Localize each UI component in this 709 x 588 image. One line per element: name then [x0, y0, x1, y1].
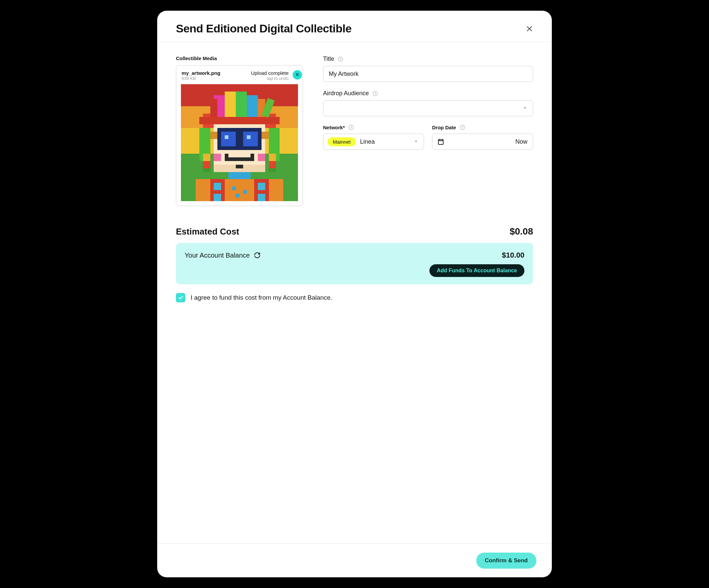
caret-down-icon [414, 138, 418, 145]
svg-rect-25 [247, 135, 251, 139]
svg-rect-44 [258, 194, 265, 201]
balance-left: Your Account Balance [185, 252, 261, 259]
svg-rect-24 [225, 135, 229, 139]
close-icon [526, 25, 533, 32]
media-filename: my_artwork.png [182, 70, 220, 76]
modal-header: Send Editioned Digital Collectible [157, 11, 552, 42]
drop-date-field: Drop Date Now [432, 124, 533, 150]
svg-rect-30 [251, 154, 254, 157]
svg-rect-36 [229, 172, 251, 179]
svg-rect-35 [269, 161, 276, 168]
drop-date-value: Now [515, 138, 527, 145]
form-grid: Collectible Media my_artwork.png 639 KB … [176, 55, 533, 206]
svg-point-49 [340, 60, 341, 60]
send-collectible-modal: Send Editioned Digital Collectible Colle… [157, 11, 552, 577]
cost-section: Estimated Cost $0.08 Your Account Balanc… [176, 226, 533, 302]
help-icon[interactable] [459, 124, 466, 130]
svg-rect-56 [439, 140, 443, 145]
svg-rect-31 [236, 165, 243, 168]
svg-rect-11 [210, 99, 218, 117]
agree-row: I agree to fund this cost from my Accoun… [176, 293, 533, 302]
balance-card: Your Account Balance $10.00 Add Funds To… [176, 243, 533, 284]
svg-point-55 [462, 128, 463, 129]
svg-point-53 [351, 128, 351, 129]
refresh-icon[interactable] [254, 252, 261, 259]
network-name: Linea [360, 138, 410, 145]
media-meta-right: Upload complete tap to undo [251, 70, 289, 81]
network-label: Network* [323, 124, 345, 130]
add-funds-row: Add Funds To Account Balance [185, 264, 524, 277]
confirm-send-button[interactable]: Confirm & Send [476, 553, 536, 569]
svg-rect-26 [214, 154, 221, 161]
svg-rect-43 [214, 194, 221, 201]
svg-rect-41 [214, 183, 221, 190]
svg-rect-8 [236, 91, 247, 117]
svg-point-51 [375, 94, 375, 95]
remove-media-button[interactable] [293, 70, 302, 80]
drop-date-select[interactable]: Now [432, 134, 533, 150]
modal-footer: Confirm & Send [157, 543, 552, 577]
svg-rect-46 [243, 190, 247, 194]
balance-amount: $10.00 [502, 251, 524, 259]
network-date-row: Network* Mainnet Linea [323, 124, 533, 150]
cost-header: Estimated Cost $0.08 [176, 226, 533, 237]
agree-checkbox[interactable] [176, 293, 185, 302]
modal-body: Collectible Media my_artwork.png 639 KB … [157, 42, 552, 543]
svg-rect-9 [247, 95, 258, 117]
svg-rect-7 [225, 91, 236, 117]
media-card: my_artwork.png 639 KB Upload complete ta… [176, 65, 303, 206]
svg-rect-27 [258, 154, 265, 161]
help-icon[interactable] [337, 56, 343, 62]
media-filesize: 639 KB [182, 76, 220, 81]
help-icon[interactable] [372, 90, 378, 96]
balance-label: Your Account Balance [185, 252, 250, 259]
undo-hint: tap to undo [251, 76, 289, 81]
svg-rect-47 [236, 194, 239, 197]
audience-select[interactable] [323, 100, 533, 116]
cost-amount: $0.08 [510, 226, 533, 237]
upload-status: Upload complete [251, 70, 289, 76]
close-button[interactable] [524, 23, 535, 34]
media-meta: my_artwork.png 639 KB Upload complete ta… [181, 69, 298, 82]
svg-rect-42 [258, 183, 265, 190]
svg-rect-28 [225, 157, 254, 161]
audience-field: Airdrop Audience [323, 90, 533, 116]
caret-down-icon [523, 105, 527, 112]
balance-row: Your Account Balance $10.00 [185, 251, 524, 259]
svg-rect-32 [203, 154, 210, 161]
calendar-icon [437, 138, 444, 145]
title-field: Title [323, 55, 533, 82]
network-select[interactable]: Mainnet Linea [323, 134, 424, 150]
title-label: Title [323, 55, 334, 62]
svg-rect-5 [199, 117, 280, 124]
svg-rect-33 [269, 154, 276, 161]
audience-label: Airdrop Audience [323, 90, 369, 97]
form-column: Title Airdrop Audience [323, 55, 533, 150]
help-icon[interactable] [348, 124, 354, 130]
media-column: Collectible Media my_artwork.png 639 KB … [176, 55, 303, 206]
modal-title: Send Editioned Digital Collectible [176, 22, 351, 35]
network-field: Network* Mainnet Linea [323, 124, 424, 150]
svg-rect-45 [232, 187, 236, 190]
agree-text: I agree to fund this cost from my Accoun… [191, 294, 333, 301]
svg-rect-29 [225, 154, 229, 157]
close-icon [295, 73, 299, 78]
title-input[interactable] [323, 66, 533, 82]
svg-rect-38 [195, 179, 284, 201]
media-section-label: Collectible Media [176, 55, 303, 61]
svg-rect-34 [203, 161, 210, 168]
add-funds-button[interactable]: Add Funds To Account Balance [429, 264, 524, 277]
drop-date-label: Drop Date [432, 124, 456, 130]
cost-title: Estimated Cost [176, 226, 239, 237]
media-meta-left: my_artwork.png 639 KB [182, 70, 220, 81]
network-pill: Mainnet [327, 137, 356, 146]
artwork-preview [181, 84, 298, 201]
